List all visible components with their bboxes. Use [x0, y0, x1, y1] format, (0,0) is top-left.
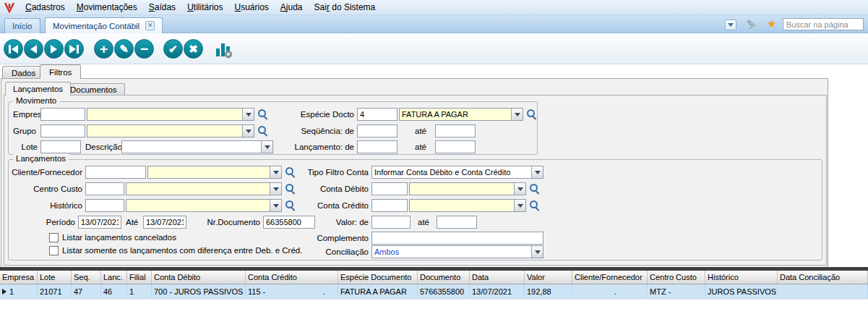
tab-movimentacao-contabil[interactable]: Movimentação Contábil ✕: [45, 17, 163, 33]
descricao-combo[interactable]: [121, 140, 273, 153]
grid-column-header[interactable]: Data: [470, 271, 525, 284]
sequencia-de-input[interactable]: [357, 124, 398, 137]
descricao-combo-arrow-icon[interactable]: [261, 141, 272, 153]
cliente-fornecedor-search-icon[interactable]: [285, 166, 296, 177]
pen-icon[interactable]: ✎: [747, 18, 755, 30]
conta-debito-combo[interactable]: [409, 182, 526, 195]
grid-column-header[interactable]: Conta Débito: [152, 271, 246, 284]
centro-custo-search-icon[interactable]: [285, 183, 296, 194]
tab-dados[interactable]: Dados: [2, 66, 45, 79]
grid-column-header[interactable]: Empresa: [0, 271, 38, 284]
grupo-input[interactable]: [40, 124, 85, 137]
centro-custo-combo[interactable]: [126, 182, 282, 195]
conciliacao-combo-arrow-icon[interactable]: [531, 246, 543, 258]
historico-input[interactable]: [85, 199, 124, 212]
menu-item-sair-do-sistema[interactable]: Sair do Sistema: [309, 1, 382, 14]
menu-item-ajuda[interactable]: Ajuda: [275, 1, 309, 14]
conta-credito-input[interactable]: [371, 199, 408, 212]
empresa-input[interactable]: [40, 108, 85, 121]
tipo-filtro-conta-combo-arrow-icon[interactable]: [531, 166, 543, 178]
empresa-combo-arrow-icon[interactable]: [242, 109, 254, 120]
tipo-filtro-conta-combo[interactable]: Informar Conta Débito e Conta Crédito: [371, 166, 543, 179]
especie-docto-search-icon[interactable]: [526, 109, 537, 119]
especie-docto-combo[interactable]: FATURA A PAGAR: [399, 108, 523, 121]
valor-ate-input[interactable]: [437, 216, 477, 229]
menu-item-usu-rios[interactable]: Usuários: [228, 1, 274, 14]
menu-item-utilit-rios[interactable]: Utilitários: [181, 1, 228, 14]
conta-debito-search-icon[interactable]: [529, 183, 540, 194]
periodo-de-input[interactable]: [78, 216, 121, 229]
cliente-fornecedor-combo-arrow-icon[interactable]: [270, 166, 281, 178]
historico-combo-arrow-icon[interactable]: [270, 200, 281, 211]
first-record-button[interactable]: [4, 39, 23, 59]
grid-column-header[interactable]: Centro Custo: [648, 271, 705, 284]
conta-credito-combo[interactable]: [409, 199, 526, 212]
empresa-combo[interactable]: [87, 108, 254, 121]
especie-docto-code-input[interactable]: [357, 108, 398, 121]
periodo-ate-label: Até: [126, 218, 138, 227]
especie-docto-combo-arrow-icon[interactable]: [511, 109, 523, 120]
cliente-fornecedor-combo[interactable]: [147, 166, 282, 179]
grid-column-header[interactable]: Data Conciliação: [778, 271, 868, 284]
historico-search-icon[interactable]: [285, 200, 296, 211]
conta-credito-combo-arrow-icon[interactable]: [514, 200, 525, 211]
grupo-search-icon[interactable]: [257, 125, 268, 136]
prior-record-button[interactable]: [24, 39, 43, 59]
grid-column-header[interactable]: Documento: [418, 271, 470, 284]
tipo-filtro-conta-combo-value: Informar Conta Débito e Conta Crédito: [374, 168, 530, 177]
last-record-button[interactable]: [64, 39, 84, 59]
listar-cancelados-checkbox[interactable]: [49, 233, 59, 242]
valor-de-input[interactable]: [371, 216, 411, 229]
lancamento-ate-input[interactable]: [435, 140, 476, 153]
delete-record-button[interactable]: −: [134, 39, 154, 59]
chart-report-button[interactable]: [214, 40, 233, 59]
tab-lancamentos[interactable]: Lançamentos: [5, 82, 71, 96]
first-record-icon: [9, 45, 11, 54]
tab-inicio[interactable]: Início: [4, 18, 40, 33]
periodo-ate-input[interactable]: [143, 216, 186, 229]
menu-item-movimenta-es[interactable]: Movimentações: [71, 1, 143, 14]
conciliacao-combo[interactable]: Ambos: [371, 245, 543, 258]
grid-row[interactable]: 12107147461700 - JUROS PASSIVOS115 - .FA…: [0, 284, 868, 300]
grupo-combo[interactable]: [87, 124, 254, 137]
lote-input[interactable]: [40, 140, 81, 153]
next-record-button[interactable]: [44, 39, 64, 59]
grupo-combo-arrow-icon[interactable]: [242, 125, 254, 137]
listar-diferenca-checkbox[interactable]: [49, 246, 59, 255]
empresa-search-icon[interactable]: [257, 109, 268, 119]
conta-debito-combo-arrow-icon[interactable]: [514, 183, 525, 195]
menu-item-cadastros[interactable]: Cadastros: [20, 1, 71, 14]
insert-record-button[interactable]: +: [94, 39, 113, 59]
movimento-groupbox-title: Movimento: [13, 96, 59, 105]
complemento-input[interactable]: [371, 232, 543, 245]
menu-item-sa-das[interactable]: Saídas: [143, 1, 181, 14]
centro-custo-combo-arrow-icon[interactable]: [270, 183, 281, 195]
grid-column-header[interactable]: Seq.: [72, 271, 101, 284]
grid-column-header[interactable]: Conta Crédito: [246, 271, 338, 284]
grid-column-header[interactable]: Histórico: [705, 271, 778, 284]
grid-column-header[interactable]: Valor: [525, 271, 572, 284]
grid-column-header[interactable]: Filial: [127, 271, 152, 284]
tab-documentos[interactable]: Documentos: [62, 83, 125, 96]
grid-column-header[interactable]: Cliente/Fornecedor: [572, 271, 648, 284]
tab-close-icon[interactable]: ✕: [145, 21, 155, 30]
edit-record-button[interactable]: ✎: [114, 39, 134, 59]
grid-column-header[interactable]: Lote: [38, 271, 72, 284]
centro-custo-input[interactable]: [85, 182, 124, 195]
cliente-fornecedor-input[interactable]: [85, 166, 146, 179]
post-record-button[interactable]: ✔: [163, 39, 183, 59]
sequencia-ate-input[interactable]: [435, 124, 476, 137]
page-search-input[interactable]: [783, 18, 864, 30]
grid-cell: .: [572, 284, 648, 299]
tab-filtros[interactable]: Filtros: [40, 64, 81, 79]
conta-debito-input[interactable]: [371, 182, 408, 195]
grid-column-header[interactable]: Espécie Documento: [338, 271, 418, 284]
favorites-star-icon[interactable]: ★: [767, 17, 776, 30]
lancamento-de-input[interactable]: [357, 140, 398, 153]
conta-credito-search-icon[interactable]: [529, 200, 540, 211]
periodo-label: Período: [43, 218, 75, 227]
tab-list-dropdown-button[interactable]: [725, 20, 736, 30]
grid-column-header[interactable]: Lanc.: [101, 271, 127, 284]
cancel-record-button[interactable]: ✖: [184, 39, 203, 59]
historico-combo[interactable]: [126, 199, 282, 212]
